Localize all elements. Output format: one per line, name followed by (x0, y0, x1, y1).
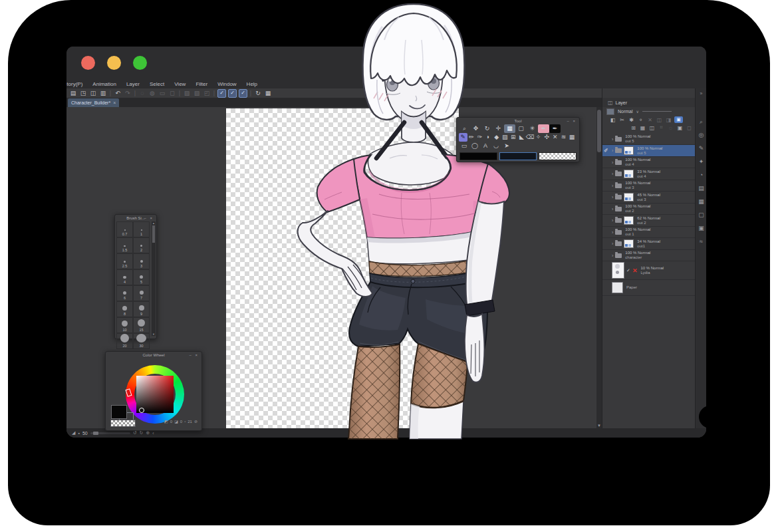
minimize-icon[interactable]: – (567, 119, 570, 123)
color-mode-icon[interactable]: ◩ (164, 419, 168, 424)
command-bar-icon[interactable]: ↻ (254, 89, 262, 97)
tool-icon[interactable]: ◗ (484, 133, 493, 142)
panel-tab-icon[interactable]: ▣ (696, 221, 706, 235)
panel-tab-icon[interactable]: ▢ (696, 208, 706, 221)
command-bar-icon[interactable]: ▦ (264, 89, 272, 97)
status-bar-icon[interactable]: ⊕ (146, 430, 150, 436)
status-bar-icon[interactable]: ‹ (152, 431, 154, 436)
expand-arrow-icon[interactable]: › (612, 137, 613, 142)
menu-item[interactable]: Layer (126, 81, 140, 87)
traffic-light-button[interactable] (107, 56, 121, 70)
palette-window-buttons[interactable]: – × (567, 118, 577, 124)
brush-size-cell[interactable]: 1 (133, 221, 150, 237)
layer-tool-icon[interactable]: ✕ (646, 117, 654, 123)
tool-icon[interactable]: A (480, 142, 491, 150)
expand-arrow-icon[interactable]: › (612, 241, 613, 246)
tool-icon[interactable]: ➤ (501, 142, 512, 150)
brush-size-cell[interactable]: 8 (116, 301, 133, 317)
close-icon[interactable]: × (150, 216, 154, 220)
canvas-tab-close-icon[interactable]: × (113, 100, 116, 105)
expand-arrow-icon[interactable]: › (612, 184, 613, 188)
brush-size-cell[interactable]: 6 (116, 285, 133, 301)
expand-arrow-icon[interactable]: › (612, 148, 613, 153)
layer-tool-icon[interactable]: ✂ (618, 117, 626, 123)
layer-tool-icon[interactable]: ▣ (676, 125, 684, 131)
status-bar-icon[interactable]: ◢ (72, 430, 75, 436)
minimize-icon[interactable]: – (144, 216, 147, 220)
tool-icon[interactable]: ◆ (492, 133, 501, 142)
command-bar-icon[interactable]: ▤ (69, 89, 77, 97)
expand-arrow-icon[interactable]: › (612, 218, 613, 223)
menu-item[interactable]: Select (150, 81, 164, 87)
tool-icon[interactable]: ✥ (470, 124, 481, 133)
brush-size-cell[interactable]: 9 (133, 301, 150, 317)
layer-row[interactable]: ✐ › ✓ ✕ 33 % Normal out 4 (602, 168, 696, 180)
scroll-down-arrow[interactable]: ▼ (152, 332, 156, 336)
layer-row[interactable]: ✐ › ✓ ✕ 34 % Normal out1 (602, 238, 696, 250)
brush-size-cell[interactable]: 5 (133, 269, 150, 285)
sub-color-swatch[interactable] (499, 152, 537, 160)
command-bar-icon[interactable]: | (134, 89, 136, 97)
color-mode-icon[interactable]: 21 (188, 420, 192, 424)
tool-icon[interactable]: ≋ (559, 133, 568, 142)
tool-icon[interactable]: ✏ (467, 133, 476, 142)
menu-item[interactable]: Story(P) (66, 81, 82, 87)
command-bar-icon[interactable]: ▭ (158, 89, 166, 97)
tool-icon[interactable]: ▭ (459, 142, 469, 150)
brush-size-cell[interactable]: 0.7 (116, 221, 133, 237)
brush-size-cell[interactable]: 30 (133, 333, 150, 349)
menu-item[interactable]: Help (247, 81, 257, 87)
tool-icon[interactable]: ✒ (549, 124, 561, 133)
foreground-color-swatch[interactable] (111, 405, 127, 419)
layer-tool-icon[interactable]: ⊞ (630, 125, 637, 131)
main-color-swatch[interactable] (459, 152, 497, 160)
layer-panel-tab[interactable]: ◫ Layer (602, 98, 701, 107)
status-bar-icon[interactable]: ↺ (133, 430, 137, 436)
layer-thumbnail[interactable] (624, 193, 634, 201)
tool-icon[interactable]: ◣ (517, 133, 526, 142)
tool-icon[interactable]: ✳ (527, 124, 538, 133)
scrollbar-down-arrow[interactable]: ▼ (596, 424, 602, 428)
layer-row[interactable]: ✐ › ✓ ✕ 10 % Normal Lydia (602, 261, 696, 280)
brush-size-cell[interactable]: 10 (116, 317, 133, 333)
menu-item[interactable]: Animation (92, 81, 116, 87)
expand-arrow-icon[interactable]: › (612, 160, 613, 165)
layer-row[interactable]: ✐ › ✓ ✕ 100 % Normal character (602, 250, 696, 261)
layer-thumbnail[interactable] (624, 170, 634, 178)
layer-row[interactable]: ✐ › ✓ ✕ 100 % Normal out 5 (602, 145, 696, 157)
menu-item[interactable]: Window (217, 81, 236, 87)
color-mode-icon[interactable]: ⊘ (194, 419, 197, 424)
command-bar-icon[interactable]: | (249, 89, 252, 97)
layer-tool-icon[interactable]: ▦ (639, 125, 646, 131)
brush-panel-scrollbar[interactable]: ▲ ▼ (152, 221, 156, 336)
layer-thumbnail[interactable] (624, 239, 634, 248)
panel-tab-icon[interactable]: ✦ (696, 155, 706, 168)
expand-arrow-icon[interactable]: › (612, 207, 613, 211)
command-bar-icon[interactable]: ◰ (203, 89, 211, 97)
layer-thumbnail[interactable] (624, 216, 634, 225)
tool-icon[interactable]: ✎ (459, 133, 467, 142)
brush-size-cell[interactable]: 2.5 (116, 253, 133, 269)
color-wheel-titlebar[interactable]: Color Wheel – × (106, 352, 201, 358)
color-mode-icon[interactable]: 0 (170, 420, 172, 424)
command-bar-icon[interactable]: ↷ (124, 89, 132, 97)
layer-color-chip[interactable] (606, 108, 614, 115)
tool-icon[interactable]: ✕ (551, 133, 560, 142)
command-bar-icon[interactable]: ◳ (79, 89, 87, 97)
canvas-tab[interactable]: Character_Builder* × (68, 98, 119, 107)
palette-window-buttons[interactable]: – × (189, 352, 199, 358)
layer-row[interactable]: ✐ › ✓ ✕ 100 % Normal out 3 (602, 180, 696, 192)
panel-tab-icon[interactable]: ▤ (696, 182, 706, 195)
command-bar-icon[interactable]: ✓ (217, 89, 226, 98)
panel-expand-icon[interactable]: » (696, 91, 706, 96)
panel-tab-icon[interactable]: ≈ (696, 235, 706, 248)
layer-tool-icon[interactable]: ◫ (648, 125, 656, 131)
brush-size-cell[interactable]: 15 (133, 317, 150, 333)
tool-palette-titlebar[interactable]: Tool – × (457, 118, 579, 124)
tool-icon[interactable]: ↻ (481, 124, 493, 133)
command-bar-icon[interactable]: ✓ (228, 89, 237, 98)
panel-tab-icon[interactable]: ◎ (696, 128, 706, 142)
command-bar-icon[interactable]: ✓ (239, 89, 247, 98)
layer-row[interactable]: ✐ › ✓ ✕ Paper (602, 280, 696, 296)
brush-size-cell[interactable]: 3 (133, 253, 150, 269)
